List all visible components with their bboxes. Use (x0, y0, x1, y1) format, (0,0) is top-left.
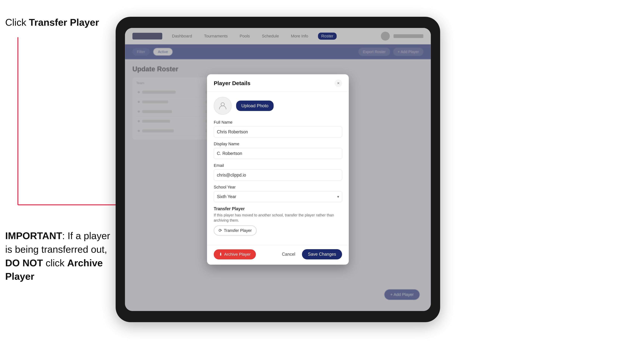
transfer-section-label: Transfer Player (214, 206, 342, 211)
school-year-select-wrapper: First Year Second Year Third Year Fourth… (214, 191, 342, 202)
email-label: Email (214, 163, 342, 168)
instruction-prefix: Click (5, 17, 29, 28)
svg-point-3 (221, 103, 224, 106)
avatar (214, 97, 232, 115)
cancel-button[interactable]: Cancel (278, 249, 299, 259)
full-name-input[interactable] (214, 126, 342, 138)
tablet-screen: Dashboard Tournaments Pools Schedule Mor… (125, 28, 431, 311)
modal-close-button[interactable]: × (334, 80, 342, 87)
display-name-input[interactable] (214, 148, 342, 159)
do-not-label: DO NOT (5, 258, 43, 268)
upload-photo-button[interactable]: Upload Photo (236, 101, 274, 111)
full-name-label: Full Name (214, 120, 342, 125)
archive-player-button[interactable]: ⬇ Archive Player (214, 249, 256, 259)
save-changes-button[interactable]: Save Changes (302, 249, 342, 259)
archive-button-label: Archive Player (224, 252, 251, 257)
display-name-label: Display Name (214, 142, 342, 146)
instruction-top: Click Transfer Player (5, 17, 99, 28)
instruction-bold: Transfer Player (29, 17, 99, 28)
transfer-icon: ⟳ (218, 228, 222, 233)
transfer-button-label: Transfer Player (224, 228, 252, 233)
important-label: IMPORTANT (5, 230, 62, 241)
transfer-section-description: If this player has moved to another scho… (214, 212, 342, 223)
tablet-device: Dashboard Tournaments Pools Schedule Mor… (116, 17, 440, 322)
school-year-label: School Year (214, 185, 342, 189)
modal-overlay: Player Details × Uploa (125, 28, 431, 311)
school-year-field: School Year First Year Second Year Third… (214, 185, 342, 202)
transfer-player-button[interactable]: ⟳ Transfer Player (214, 225, 257, 236)
person-icon (218, 101, 227, 110)
modal-footer: ⬇ Archive Player Cancel Save Changes (207, 245, 349, 265)
modal-body: Upload Photo Full Name Display Name (207, 92, 349, 245)
archive-icon: ⬇ (219, 252, 222, 257)
instruction-bottom: IMPORTANT: If a player is being transfer… (5, 229, 114, 283)
transfer-player-section: Transfer Player If this player has moved… (214, 206, 342, 236)
modal-title: Player Details (214, 80, 250, 86)
avatar-row: Upload Photo (214, 97, 342, 115)
school-year-select[interactable]: First Year Second Year Third Year Fourth… (214, 191, 342, 202)
display-name-field: Display Name (214, 142, 342, 159)
player-details-modal: Player Details × Uploa (207, 74, 349, 265)
modal-header: Player Details × (207, 74, 349, 92)
email-input[interactable] (214, 170, 342, 181)
email-field: Email (214, 163, 342, 181)
full-name-field: Full Name (214, 120, 342, 138)
instruction-click: click (43, 258, 67, 268)
